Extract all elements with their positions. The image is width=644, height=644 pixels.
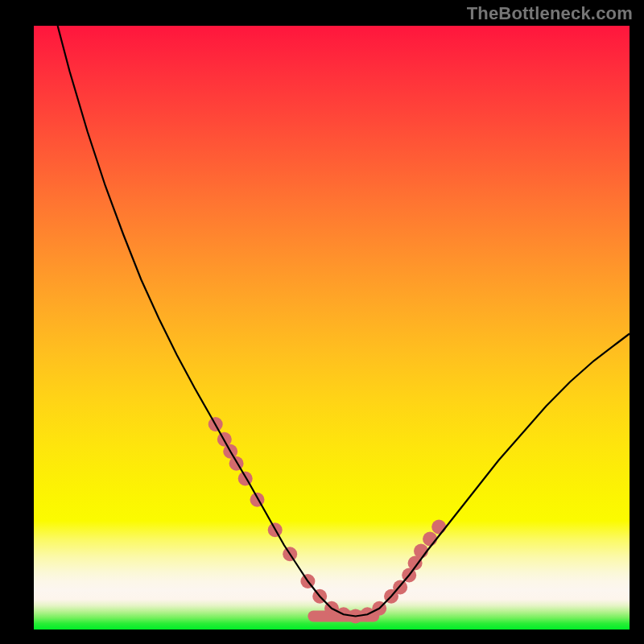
highlight-dot — [431, 520, 446, 535]
plot-area — [34, 26, 630, 630]
highlight-dot — [423, 532, 437, 547]
chart-svg — [34, 26, 630, 630]
marker-group — [208, 417, 447, 624]
attribution-label: TheBottleneck.com — [467, 3, 633, 24]
chart-frame: TheBottleneck.com — [0, 0, 644, 644]
bottleneck-curve — [58, 26, 630, 617]
